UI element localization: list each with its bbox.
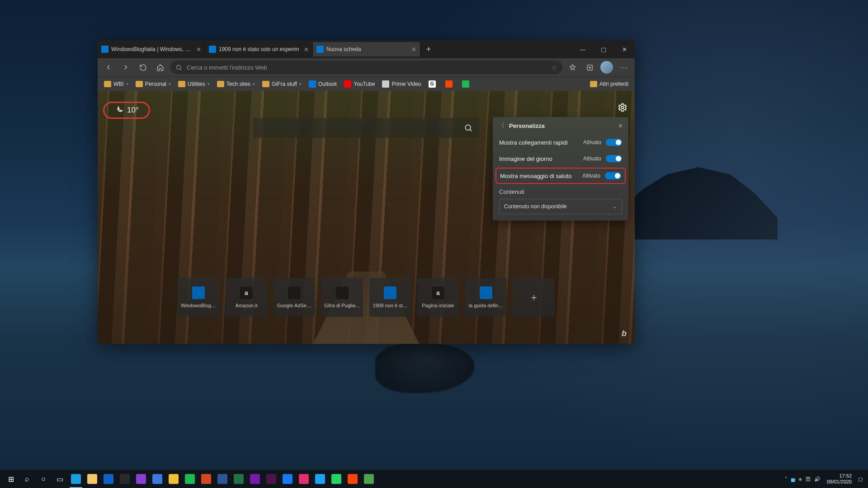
tab-close-icon[interactable]: ✕ — [304, 46, 309, 53]
sticky-icon — [169, 474, 179, 484]
folder-icon — [262, 81, 269, 87]
forward-button[interactable] — [118, 60, 133, 75]
bookmark-favicon: G — [429, 80, 436, 88]
system-tray[interactable]: ˄ ▅ ◈ ⚿ 🔊 17:52 09/01/2020 ▢ — [785, 473, 865, 484]
bookmark-favicon — [445, 80, 453, 88]
quick-link-icon — [336, 286, 349, 299]
edge-browser-window: WindowsBlogItalia | Windows, S… ✕ 1909 n… — [98, 40, 635, 344]
flyout-close-button[interactable]: ✕ — [618, 122, 623, 129]
quick-link-tile[interactable]: a Amazon.it — [226, 278, 267, 317]
quick-link-tile[interactable]: Google AdSe… — [274, 278, 315, 317]
back-button[interactable] — [101, 60, 116, 75]
quick-links-row: WindowsBlog…a Amazon.it Google AdSe… Gif… — [178, 278, 555, 317]
bookmark-item[interactable]: G — [426, 79, 441, 89]
taskbar-app-facebook[interactable] — [279, 470, 296, 488]
folder-icon — [590, 81, 597, 87]
taskbar-app-edgedev[interactable] — [361, 470, 377, 488]
toggle-switch[interactable] — [606, 155, 622, 162]
tab-close-icon[interactable]: ✕ — [196, 46, 201, 53]
bookmark-item[interactable]: YouTube — [341, 79, 377, 89]
taskbar-app-reddit[interactable] — [344, 470, 361, 488]
quick-link-tile[interactable]: la guida defin… — [465, 278, 507, 317]
quick-link-tile[interactable]: WindowsBlog… — [178, 278, 219, 317]
more-menu-button[interactable]: ⋯ — [617, 60, 631, 75]
toggle-switch[interactable] — [606, 139, 622, 146]
favorite-star-icon[interactable]: ☆ — [552, 64, 557, 71]
bookmark-item[interactable]: WBI ▾ — [101, 79, 131, 89]
content-select[interactable]: Contenuto non disponibile ⌄ — [499, 199, 622, 214]
toggle-state: Attivato — [583, 139, 601, 145]
taskbar-app-sticky[interactable] — [165, 470, 182, 488]
tab-favicon — [316, 46, 324, 53]
maximize-button[interactable]: ▢ — [593, 40, 614, 58]
taskbar-app-taskview[interactable]: ▭ — [52, 470, 68, 488]
quick-link-tile[interactable]: a Pagina iniziale — [417, 278, 459, 317]
taskbar-app-powerpoint[interactable] — [198, 470, 214, 488]
toggle-state: Attivato — [583, 155, 601, 162]
browser-tab[interactable]: Nuova scheda ✕ — [313, 42, 420, 56]
address-bar[interactable]: Cerca o immetti l'indirizzo Web ☆ — [170, 61, 562, 74]
tray-onedrive-icon[interactable]: ▅ — [791, 476, 795, 482]
add-quick-link-button[interactable]: ＋ — [513, 278, 555, 317]
taskbar-app-onenote[interactable] — [247, 470, 263, 488]
store-icon — [120, 474, 130, 484]
taskbar-app-whatsapp[interactable] — [328, 470, 344, 488]
taskbar-app-word[interactable] — [214, 470, 231, 488]
tray-chevron-icon[interactable]: ˄ — [785, 476, 788, 482]
tray-wifi-icon[interactable]: ⚿ — [806, 476, 811, 482]
bookmark-item[interactable]: Personal ▾ — [133, 79, 174, 89]
taskbar-app-search[interactable]: ⌕ — [19, 470, 35, 488]
quick-link-tile[interactable]: Gifra di Puglia… — [321, 278, 363, 317]
bookmark-label: Prime Video — [392, 81, 421, 87]
minimize-button[interactable]: — — [572, 40, 593, 58]
browser-tab[interactable]: WindowsBlogItalia | Windows, S… ✕ — [98, 42, 205, 56]
home-button[interactable] — [153, 60, 167, 75]
powerpoint-icon — [201, 474, 211, 484]
ntp-search-box[interactable] — [253, 118, 479, 138]
weather-widget[interactable]: 10° — [103, 102, 150, 119]
taskbar-app-slack[interactable] — [263, 470, 279, 488]
browser-tab[interactable]: 1909 non è stato solo un esperim ✕ — [205, 42, 313, 56]
toggle-label: Mostra collegamenti rapidi — [499, 139, 579, 146]
close-button[interactable]: ✕ — [614, 40, 635, 58]
bookmark-item[interactable]: Utilities ▾ — [175, 79, 212, 89]
new-tab-button[interactable]: + — [420, 45, 437, 54]
window-controls: — ▢ ✕ — [572, 40, 635, 58]
favorites-button[interactable] — [565, 60, 580, 75]
taskbar-app-explorer[interactable] — [84, 470, 100, 488]
tray-security-icon[interactable]: ◈ — [798, 476, 802, 482]
bookmark-item[interactable]: Outlook — [306, 79, 340, 89]
taskbar-app-store[interactable] — [117, 470, 133, 488]
toggle-switch[interactable] — [605, 172, 621, 179]
taskbar-app-excel[interactable] — [231, 470, 247, 488]
taskbar-app-edge[interactable] — [68, 470, 84, 488]
bookmark-item[interactable]: Prime Video — [379, 79, 424, 89]
profile-avatar[interactable] — [599, 60, 614, 75]
quick-link-tile[interactable]: 1909 non è st… — [369, 278, 411, 317]
tab-close-icon[interactable]: ✕ — [411, 46, 416, 53]
tray-volume-icon[interactable]: 🔊 — [814, 476, 821, 482]
bookmarks-bar: WBI ▾Personal ▾Utilities ▾Tech sites ▾Gi… — [98, 76, 635, 91]
taskbar-app-start[interactable]: ⊞ — [3, 470, 19, 488]
weather-temperature: 10° — [127, 106, 139, 115]
taskbar-app-instagram[interactable] — [296, 470, 312, 488]
action-center-icon[interactable]: ▢ — [858, 476, 863, 482]
taskbar-app-spotify[interactable] — [182, 470, 198, 488]
taskbar-app-paint3d[interactable] — [133, 470, 149, 488]
taskbar-clock[interactable]: 17:52 09/01/2020 — [827, 473, 852, 484]
bookmark-item[interactable] — [443, 79, 458, 89]
taskbar-app-twitter[interactable] — [312, 470, 328, 488]
flyout-back-button[interactable]: 〈 — [498, 122, 505, 130]
bookmark-item[interactable] — [459, 79, 474, 89]
other-favorites-button[interactable]: Altri preferiti — [587, 80, 631, 89]
taskbar-app-todo[interactable] — [149, 470, 165, 488]
address-placeholder: Cerca o immetti l'indirizzo Web — [187, 64, 267, 71]
bing-logo[interactable]: b — [622, 329, 627, 338]
ntp-settings-button[interactable] — [618, 103, 627, 113]
collections-button[interactable] — [582, 60, 597, 75]
bookmark-item[interactable]: GiFra stuff ▾ — [259, 79, 304, 89]
bookmark-item[interactable]: Tech sites ▾ — [214, 79, 258, 89]
refresh-button[interactable] — [136, 60, 150, 75]
taskbar-app-yourphone[interactable] — [100, 470, 117, 488]
taskbar-app-cortana[interactable]: ○ — [35, 470, 52, 488]
